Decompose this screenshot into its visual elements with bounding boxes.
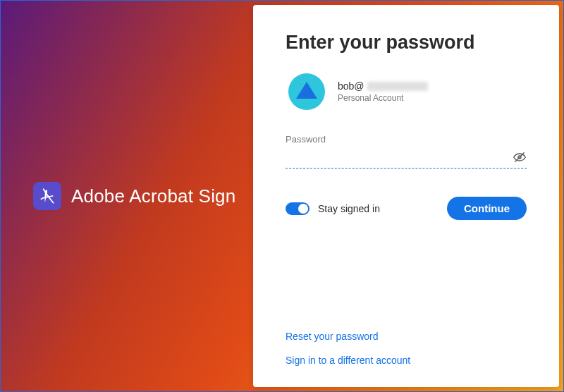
login-panel: Enter your password bob@ Personal Accoun… — [253, 5, 559, 387]
continue-button[interactable]: Continue — [447, 197, 527, 220]
brand: Adobe Acrobat Sign — [33, 182, 235, 210]
toggle-password-visibility-icon[interactable] — [513, 150, 527, 164]
avatar — [288, 73, 325, 110]
actions-row: Stay signed in Continue — [286, 197, 527, 220]
password-input[interactable] — [286, 149, 527, 169]
brand-title: Adobe Acrobat Sign — [71, 185, 235, 207]
account-info: bob@ Personal Account — [338, 80, 428, 103]
page-title: Enter your password — [286, 32, 527, 54]
screen: Adobe Acrobat Sign Enter your password b… — [0, 0, 564, 392]
account-email: bob@ — [338, 80, 428, 92]
different-account-link[interactable]: Sign in to a different account — [286, 355, 527, 366]
reset-password-link[interactable]: Reset your password — [286, 331, 527, 342]
stay-signed-in-container: Stay signed in — [286, 202, 380, 215]
stay-signed-in-toggle[interactable] — [286, 202, 309, 215]
account-type-label: Personal Account — [338, 93, 428, 103]
password-label: Password — [286, 134, 527, 145]
spacer — [286, 234, 527, 331]
email-redacted-part — [367, 82, 428, 91]
email-visible-part: bob@ — [338, 80, 364, 92]
brand-panel: Adobe Acrobat Sign — [1, 1, 253, 391]
stay-signed-in-label: Stay signed in — [318, 203, 380, 214]
account-row: bob@ Personal Account — [288, 73, 527, 110]
password-field: Password — [286, 134, 527, 169]
help-links: Reset your password Sign in to a differe… — [286, 331, 527, 366]
adobe-acrobat-icon — [33, 182, 61, 210]
